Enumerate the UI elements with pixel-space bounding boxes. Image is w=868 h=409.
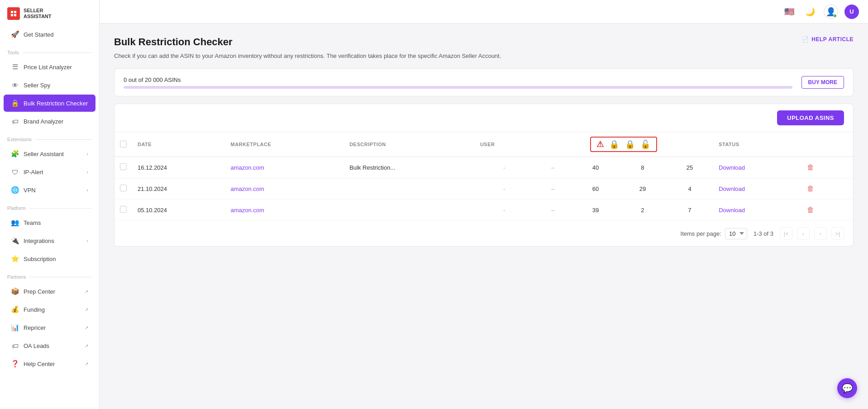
progress-label: 0 out of 20 000 ASINs xyxy=(124,76,792,83)
last-page-button[interactable]: >| xyxy=(831,227,844,240)
row-status: Download xyxy=(713,200,799,221)
delete-row-button[interactable]: 🗑 xyxy=(804,162,817,172)
external-link-icon: ↗ xyxy=(85,361,88,366)
user-avatar[interactable]: U xyxy=(844,5,859,19)
sidebar-item-funding[interactable]: 💰 Funding ↗ xyxy=(4,301,95,318)
locked-orange-icon: 🔒 xyxy=(625,139,635,149)
sidebar-item-ip-alert[interactable]: 🛡 IP-Alert › xyxy=(4,163,95,181)
flag-icon[interactable]: 🇺🇸 xyxy=(782,5,796,19)
marketplace-link[interactable]: amazon.com xyxy=(231,207,264,214)
logo[interactable]: SELLER ASSISTANT xyxy=(0,0,99,25)
row-description xyxy=(344,200,475,221)
page-area: Bulk Restriction Checker 📄 HELP ARTICLE … xyxy=(100,24,868,409)
page-subtitle: Check if you can add the ASIN to your Am… xyxy=(114,52,854,59)
first-page-button[interactable]: |< xyxy=(780,227,792,240)
sidebar-item-label: Price List Analyzer xyxy=(24,64,88,71)
people-icon: 👥 xyxy=(11,219,19,227)
star-icon: ⭐ xyxy=(11,255,19,263)
table-toolbar: UPLOAD ASINS xyxy=(114,104,853,132)
marketplace-link[interactable]: amazon.com xyxy=(231,164,264,171)
marketplace-link[interactable]: amazon.com xyxy=(231,185,264,192)
help-icon: ❓ xyxy=(11,360,19,368)
select-all-checkbox[interactable] xyxy=(120,141,127,147)
sidebar-item-label: IP-Alert xyxy=(24,169,82,176)
upload-asins-button[interactable]: UPLOAD ASINS xyxy=(777,110,844,125)
sidebar-item-seller-spy[interactable]: 👁 Seller Spy xyxy=(4,76,95,94)
sidebar-item-subscription[interactable]: ⭐ Subscription xyxy=(4,250,95,267)
row-locked-orange: 2 xyxy=(619,200,666,221)
chat-bubble[interactable]: 💬 xyxy=(837,378,857,398)
row-description xyxy=(344,178,475,200)
sidebar-item-label: Integrations xyxy=(24,238,82,244)
logo-text: SELLER ASSISTANT xyxy=(24,8,52,19)
sidebar-item-bulk-restriction-checker[interactable]: 🔒 Bulk Restriction Checker xyxy=(4,95,95,112)
col-user: USER xyxy=(475,132,534,157)
list-icon: ☰ xyxy=(11,63,19,71)
row-warning: – xyxy=(534,157,572,178)
table-row: 05.10.2024 amazon.com - – 39 2 7 Downloa… xyxy=(114,200,853,221)
sidebar-item-integrations[interactable]: 🔌 Integrations › xyxy=(4,232,95,249)
tag2-icon: 🏷 xyxy=(11,342,19,350)
lock-icon: 🔒 xyxy=(11,99,19,107)
row-date: 21.10.2024 xyxy=(132,178,225,200)
row-locked-orange: 29 xyxy=(619,178,666,200)
row-checkbox[interactable] xyxy=(120,206,127,213)
row-description: Bulk Restriction... xyxy=(344,157,475,178)
help-article-button[interactable]: 📄 HELP ARTICLE xyxy=(802,36,854,43)
table-header-row: DATE MARKETPLACE DESCRIPTION USER ⚠ 🔒 🔒 … xyxy=(114,132,853,157)
sidebar-item-label: Bulk Restriction Checker xyxy=(24,100,88,107)
row-user: - xyxy=(475,200,534,221)
sidebar-item-label: Seller Assistant xyxy=(24,151,82,157)
row-status: Download xyxy=(713,157,799,178)
section-platform: Platform xyxy=(0,199,99,214)
sidebar-item-brand-analyzer[interactable]: 🏷 Brand Analyzer xyxy=(4,113,95,130)
section-extensions: Extensions xyxy=(0,130,99,145)
row-locked-red: 40 xyxy=(572,157,619,178)
section-tools: Tools xyxy=(0,43,99,58)
notification-icon[interactable]: 👤 xyxy=(824,5,838,19)
shield-icon: 🛡 xyxy=(11,168,19,176)
tag-icon: 🏷 xyxy=(11,117,19,125)
row-checkbox-cell xyxy=(114,157,132,178)
col-date: DATE xyxy=(132,132,225,157)
sidebar-item-label: Teams xyxy=(24,219,88,226)
row-user: - xyxy=(475,178,534,200)
delete-row-button[interactable]: 🗑 xyxy=(804,184,817,194)
page-title: Bulk Restriction Checker xyxy=(114,36,233,48)
next-page-button[interactable]: › xyxy=(814,227,827,240)
sidebar-item-seller-assistant[interactable]: 🧩 Seller Assistant › xyxy=(4,145,95,162)
row-checkbox[interactable] xyxy=(120,163,127,170)
sidebar-item-label: OA Leads xyxy=(24,342,80,349)
download-link[interactable]: Download xyxy=(719,185,745,192)
prev-page-button[interactable]: ‹ xyxy=(797,227,810,240)
moon-icon[interactable]: 🌙 xyxy=(803,5,817,19)
sidebar-item-teams[interactable]: 👥 Teams xyxy=(4,214,95,231)
col-icons-group: ⚠ 🔒 🔒 🔓 xyxy=(534,132,713,157)
items-per-page-label: Items per page: xyxy=(681,230,721,237)
row-checkbox[interactable] xyxy=(120,185,127,191)
results-table: DATE MARKETPLACE DESCRIPTION USER ⚠ 🔒 🔒 … xyxy=(114,132,853,221)
per-page-select[interactable]: 10 25 50 xyxy=(725,228,747,239)
sidebar-item-help-center[interactable]: ❓ Help Center ↗ xyxy=(4,355,95,372)
row-date: 05.10.2024 xyxy=(132,200,225,221)
sidebar-item-prep-center[interactable]: 📦 Prep Center ↗ xyxy=(4,283,95,300)
sidebar-item-repricer[interactable]: 📊 Repricer ↗ xyxy=(4,319,95,336)
sidebar-item-oa-leads[interactable]: 🏷 OA Leads ↗ xyxy=(4,337,95,354)
sidebar-item-vpn[interactable]: 🌐 VPN › xyxy=(4,181,95,199)
row-checkbox-cell xyxy=(114,178,132,200)
section-partners: Partners xyxy=(0,268,99,282)
download-link[interactable]: Download xyxy=(719,164,745,171)
delete-row-button[interactable]: 🗑 xyxy=(804,205,817,215)
plug-icon: 🔌 xyxy=(11,237,19,245)
buy-more-button[interactable]: BUY MORE xyxy=(801,76,844,89)
page-info: 1-3 of 3 xyxy=(754,230,773,237)
table-row: 21.10.2024 amazon.com - – 60 29 4 Downlo… xyxy=(114,178,853,200)
external-link-icon: ↗ xyxy=(85,343,88,348)
sidebar-item-get-started[interactable]: 🚀 Get Started xyxy=(4,26,95,43)
top-bar: 🇺🇸 🌙 👤 U xyxy=(100,0,868,24)
eye-icon: 👁 xyxy=(11,81,19,89)
row-user: - xyxy=(475,157,534,178)
download-link[interactable]: Download xyxy=(719,207,745,214)
rocket-icon: 🚀 xyxy=(11,30,19,38)
sidebar-item-price-list-analyzer[interactable]: ☰ Price List Analyzer xyxy=(4,58,95,76)
